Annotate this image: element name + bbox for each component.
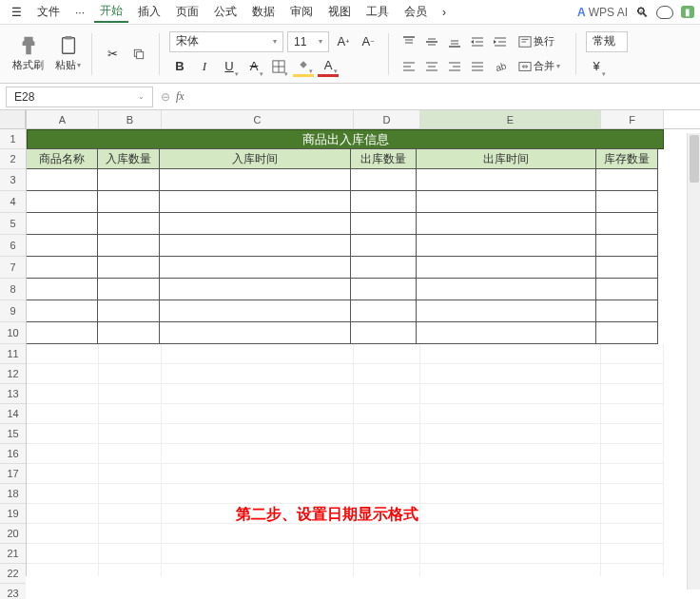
empty-cell[interactable]: [601, 444, 664, 464]
table-cell[interactable]: [159, 321, 351, 344]
align-left-icon[interactable]: [399, 56, 419, 77]
border-button[interactable]: [268, 56, 289, 77]
underline-button[interactable]: U: [219, 56, 240, 77]
decrease-indent-icon[interactable]: [467, 31, 488, 52]
table-cell[interactable]: [595, 212, 658, 235]
paste-button[interactable]: 粘贴▾: [50, 33, 86, 74]
empty-cell[interactable]: [354, 484, 420, 504]
empty-cell[interactable]: [27, 504, 99, 524]
row-header[interactable]: 11: [0, 344, 26, 364]
empty-cell[interactable]: [420, 444, 601, 464]
table-cell[interactable]: [27, 256, 98, 279]
table-cell[interactable]: [27, 300, 98, 322]
table-cell[interactable]: [350, 190, 417, 213]
row-header[interactable]: 6: [0, 235, 26, 257]
justify-icon[interactable]: [467, 56, 488, 77]
row-header[interactable]: 1: [0, 129, 26, 149]
empty-cell[interactable]: [601, 484, 664, 504]
increase-font-icon[interactable]: A+: [333, 31, 354, 52]
empty-cell[interactable]: [420, 544, 601, 564]
empty-cell[interactable]: [99, 524, 162, 544]
table-cell[interactable]: [97, 212, 160, 235]
table-cell[interactable]: [27, 321, 98, 344]
empty-cell[interactable]: [27, 424, 99, 444]
table-cell[interactable]: [159, 234, 351, 257]
empty-cell[interactable]: [601, 524, 664, 544]
tabs-scroll-right-icon[interactable]: ›: [437, 4, 452, 21]
empty-cell[interactable]: [99, 484, 162, 504]
increase-indent-icon[interactable]: [490, 31, 511, 52]
empty-cell[interactable]: [354, 404, 420, 424]
row-header[interactable]: 5: [0, 213, 26, 235]
row-header[interactable]: 22: [0, 564, 26, 584]
row-header[interactable]: 10: [0, 322, 26, 344]
copy-icon[interactable]: [128, 44, 149, 65]
col-header[interactable]: C: [162, 110, 354, 128]
empty-cell[interactable]: [420, 384, 601, 404]
align-right-icon[interactable]: [444, 56, 465, 77]
empty-cell[interactable]: [420, 464, 601, 484]
empty-cell[interactable]: [162, 404, 354, 424]
table-cell[interactable]: [27, 212, 98, 235]
tab-member[interactable]: 会员: [399, 2, 433, 22]
empty-cell[interactable]: [354, 424, 420, 444]
table-cell[interactable]: [350, 234, 417, 257]
merge-button[interactable]: 合并▾: [513, 56, 566, 77]
table-cell[interactable]: [416, 168, 596, 191]
empty-cell[interactable]: [420, 504, 601, 524]
empty-cell[interactable]: [354, 524, 420, 544]
table-cell[interactable]: [416, 212, 596, 235]
table-cell[interactable]: [595, 190, 658, 213]
row-header[interactable]: 21: [0, 544, 26, 564]
row-header[interactable]: 3: [0, 169, 26, 191]
wps-ai-button[interactable]: AWPS AI: [577, 6, 628, 19]
empty-cell[interactable]: [27, 404, 99, 424]
currency-button[interactable]: ¥: [586, 56, 607, 77]
cancel-formula-icon[interactable]: ⊖: [161, 90, 170, 104]
row-header[interactable]: 15: [0, 424, 26, 444]
empty-cell[interactable]: [99, 444, 162, 464]
orientation-icon[interactable]: ab: [490, 56, 511, 77]
table-cell[interactable]: [350, 168, 417, 191]
empty-cell[interactable]: [162, 544, 354, 564]
empty-cell[interactable]: [354, 544, 420, 564]
vertical-scrollbar[interactable]: [687, 133, 700, 589]
more-menu[interactable]: ···: [69, 4, 90, 21]
empty-cell[interactable]: [27, 344, 99, 364]
formula-input[interactable]: [190, 87, 694, 107]
row-header[interactable]: 7: [0, 257, 26, 279]
file-menu[interactable]: 文件: [31, 2, 66, 22]
empty-cell[interactable]: [420, 424, 601, 444]
empty-cell[interactable]: [420, 344, 601, 364]
empty-cell[interactable]: [27, 364, 99, 384]
hamburger-icon[interactable]: ☰: [6, 4, 28, 21]
bold-button[interactable]: B: [169, 56, 190, 77]
empty-cell[interactable]: [27, 544, 99, 564]
fill-color-button[interactable]: [293, 56, 314, 77]
tab-data[interactable]: 数据: [246, 2, 281, 22]
empty-cell[interactable]: [162, 524, 354, 544]
table-cell[interactable]: [97, 256, 160, 279]
wrap-text-button[interactable]: 换行: [513, 31, 560, 52]
col-header[interactable]: D: [354, 110, 420, 128]
table-cell[interactable]: [159, 168, 351, 191]
empty-cell[interactable]: [601, 364, 664, 384]
cut-icon[interactable]: ✂: [102, 44, 123, 65]
row-header[interactable]: 14: [0, 404, 26, 424]
empty-cell[interactable]: [420, 364, 601, 384]
empty-cell[interactable]: [601, 544, 664, 564]
strike-button[interactable]: A: [243, 56, 264, 77]
empty-cell[interactable]: [27, 484, 99, 504]
empty-cell[interactable]: [420, 404, 601, 424]
table-cell[interactable]: [595, 256, 658, 279]
empty-cell[interactable]: [27, 524, 99, 544]
table-cell[interactable]: [416, 256, 596, 279]
table-cell[interactable]: [27, 234, 98, 257]
table-cell[interactable]: [159, 190, 351, 213]
table-cell[interactable]: [595, 300, 658, 322]
empty-cell[interactable]: [162, 464, 354, 484]
table-cell[interactable]: [350, 278, 417, 300]
row-header[interactable]: 18: [0, 484, 26, 504]
empty-cell[interactable]: [601, 384, 664, 404]
decrease-font-icon[interactable]: A−: [358, 31, 379, 52]
